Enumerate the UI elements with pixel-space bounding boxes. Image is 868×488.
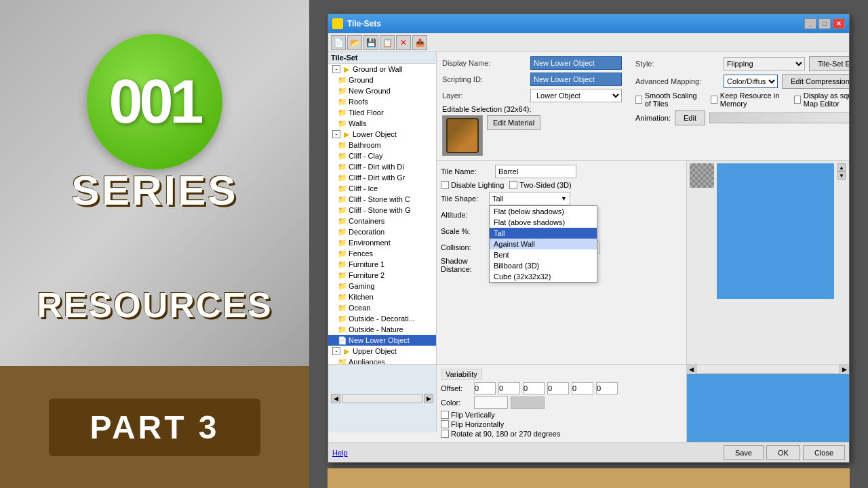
tree-item-new-ground[interactable]: 📁 New Ground: [328, 85, 436, 96]
disable-lighting-checkbox[interactable]: [441, 181, 449, 189]
scroll-up-icon[interactable]: ▲: [837, 163, 846, 171]
tree-item-gaming[interactable]: 📁 Gaming: [328, 281, 436, 291]
close-window-button[interactable]: ✕: [833, 18, 845, 29]
style-select[interactable]: Flipping: [724, 57, 805, 70]
help-button[interactable]: Help: [332, 449, 348, 457]
save-button[interactable]: Save: [724, 445, 764, 460]
scripting-id-input[interactable]: [530, 73, 622, 86]
tree-item-appliances[interactable]: 📁 Appliances: [328, 357, 436, 364]
tree-item-roofs[interactable]: 📁 Roofs: [328, 96, 436, 107]
bottom-scroll-track[interactable]: [342, 394, 422, 403]
bottom-scroll-right-btn[interactable]: ▶: [424, 394, 433, 403]
tree-item-containers[interactable]: 📁 Containers: [328, 216, 436, 226]
option-cube[interactable]: Cube (32x32x32): [490, 271, 597, 282]
tree-item-furniture1[interactable]: 📁 Furniture 1: [328, 259, 436, 270]
tile-name-input[interactable]: [495, 165, 576, 178]
option-billboard[interactable]: Billboard (3D): [490, 260, 597, 271]
close-button[interactable]: Close: [803, 445, 845, 460]
tree-item-tiled-floor[interactable]: 📁 Tiled Floor: [328, 107, 436, 118]
tree-item-environment[interactable]: 📁 Environment: [328, 237, 436, 248]
tree-item-cliff-dirt-gr[interactable]: 📁 Cliff - Dirt with Gr: [328, 172, 436, 183]
expand-icon[interactable]: -: [332, 130, 340, 138]
delete-button[interactable]: ✕: [396, 35, 411, 50]
layer-select[interactable]: Lower Object: [530, 89, 622, 102]
tree-item-fences[interactable]: 📁 Fences: [328, 248, 436, 259]
color-row: Color:: [441, 396, 682, 409]
right-scrollbar[interactable]: ▲ ▼: [837, 163, 846, 180]
folder-icon: 📁: [338, 76, 347, 84]
tree-item-walls[interactable]: 📁 Walls: [328, 118, 436, 129]
adv-mapping-select[interactable]: Color/Diffuse: [724, 75, 778, 88]
open-button[interactable]: 📂: [347, 35, 362, 50]
smooth-scaling-check[interactable]: Smooth Scaling of Tiles: [635, 92, 704, 108]
tree-item-bathroom[interactable]: 📁 Bathroom: [328, 140, 436, 150]
color-swatch-1[interactable]: [474, 396, 508, 409]
tree-item-kitchen[interactable]: 📁 Kitchen: [328, 291, 436, 302]
h-scroll-right[interactable]: ▶: [840, 365, 849, 374]
minimize-button[interactable]: _: [804, 18, 816, 29]
offset-input-5[interactable]: [572, 382, 593, 394]
flip-v-check[interactable]: Flip Vertically: [441, 411, 682, 419]
smooth-scaling-checkbox[interactable]: [635, 96, 642, 104]
tree-item-upper-object[interactable]: - ▶ Upper Object: [328, 346, 436, 357]
tree-item-outside-nature[interactable]: 📁 Outside - Nature: [328, 324, 436, 335]
ok-button[interactable]: OK: [766, 445, 800, 460]
tree-item-cliff-ice[interactable]: 📁 Cliff - Ice: [328, 183, 436, 194]
expand-icon[interactable]: -: [332, 65, 340, 73]
offset-input-6[interactable]: [596, 382, 618, 394]
option-flat-below[interactable]: Flat (below shadows): [490, 206, 597, 217]
option-against-wall[interactable]: Against Wall: [490, 239, 597, 249]
part-label: PART 3: [90, 409, 219, 446]
display-square-checkbox[interactable]: [794, 96, 801, 104]
scroll-down-icon[interactable]: ▼: [837, 171, 846, 180]
tree-item-ground-wall[interactable]: - ▶ Ground or Wall: [328, 64, 436, 75]
offset-input-4[interactable]: [547, 382, 569, 394]
tree-item-outside-deco[interactable]: 📁 Outside - Decorati...: [328, 313, 436, 324]
option-bent[interactable]: Bent: [490, 249, 597, 260]
tree-item-cliff-clay[interactable]: 📁 Cliff - Clay: [328, 150, 436, 161]
display-square-check[interactable]: Display as square in Map Editor: [794, 92, 849, 108]
edit-material-button[interactable]: Edit Material: [487, 115, 540, 130]
copy-button[interactable]: 📋: [380, 35, 395, 50]
h-scroll-track[interactable]: [696, 365, 840, 373]
bottom-scroll-left-btn[interactable]: ◀: [331, 394, 340, 403]
new-button[interactable]: 📄: [331, 35, 346, 50]
two-sided-check[interactable]: Two-Sided (3D): [509, 181, 571, 189]
option-flat-above[interactable]: Flat (above shadows): [490, 217, 597, 228]
flip-h-check[interactable]: Flip Horizontally: [441, 420, 682, 428]
flip-h-checkbox[interactable]: [441, 420, 449, 428]
display-name-input[interactable]: [530, 56, 622, 70]
tileset-extractor-button[interactable]: Tile-Set Extractor: [809, 56, 849, 71]
h-scroll-left[interactable]: ◀: [687, 365, 696, 374]
disable-lighting-check[interactable]: Disable Lighting: [441, 181, 504, 189]
two-sided-checkbox[interactable]: [509, 181, 517, 189]
keep-resource-check[interactable]: Keep Resource in Memory: [711, 92, 787, 108]
expand-icon[interactable]: -: [332, 347, 340, 355]
export-button[interactable]: 📤: [412, 35, 427, 50]
rotate-check[interactable]: Rotate at 90, 180 or 270 degrees: [441, 430, 682, 438]
offset-input-2[interactable]: [498, 382, 520, 394]
maximize-button[interactable]: □: [818, 18, 831, 29]
offset-input-3[interactable]: [523, 382, 545, 394]
tree-item-cliff-stone-g[interactable]: 📁 Cliff - Stone with G: [328, 205, 436, 216]
offset-input-1[interactable]: [474, 382, 496, 394]
tree-item-new-lower-object[interactable]: 📄 New Lower Object: [328, 335, 436, 346]
tree-item-ground[interactable]: 📁 Ground: [328, 75, 436, 85]
save-toolbar-button[interactable]: 💾: [363, 35, 378, 50]
tree-item-furniture2[interactable]: 📁 Furniture 2: [328, 270, 436, 281]
option-tall[interactable]: Tall: [490, 228, 597, 239]
tile-shape-trigger[interactable]: Tall ▼: [489, 192, 570, 205]
tree-item-lower-object[interactable]: - ▶ Lower Object: [328, 129, 436, 140]
color-swatch-2[interactable]: [511, 396, 545, 409]
tree-item-cliff-dirt-di[interactable]: 📁 Cliff - Dirt with Di: [328, 161, 436, 172]
rotate-checkbox[interactable]: [441, 430, 449, 438]
flip-v-checkbox[interactable]: [441, 411, 449, 419]
folder-icon: 📁: [338, 141, 347, 149]
tree-item-decoration[interactable]: 📁 Decoration: [328, 226, 436, 237]
keep-resource-checkbox[interactable]: [711, 96, 717, 104]
animation-edit-button[interactable]: Edit: [675, 110, 705, 125]
bottom-preview-scrollbar: ◀ ▶: [687, 365, 849, 374]
edit-compression-button[interactable]: Edit Compression: [782, 74, 849, 89]
tree-item-ocean[interactable]: 📁 Ocean: [328, 302, 436, 313]
tree-item-cliff-stone-c[interactable]: 📁 Cliff - Stone with C: [328, 194, 436, 205]
